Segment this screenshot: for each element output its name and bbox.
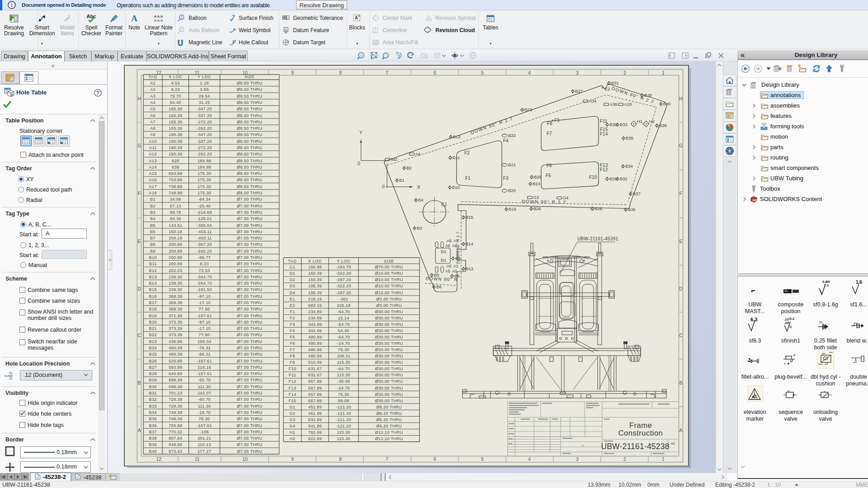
- svg-text:B32: B32: [620, 176, 627, 181]
- svg-text:200.89: 200.89: [169, 249, 182, 253]
- svg-text:AAA: AAA: [154, 19, 163, 23]
- svg-text:200.89: 200.89: [169, 242, 182, 247]
- svg-text:Ø30.00 THRU: Ø30.00 THRU: [375, 360, 403, 365]
- svg-text:200.89: 200.89: [169, 255, 182, 260]
- svg-text:G2: G2: [533, 195, 539, 200]
- svg-text:E2: E2: [605, 86, 610, 91]
- svg-text:-97.10: -97.10: [198, 320, 211, 324]
- svg-text:F5: F5: [290, 335, 295, 339]
- svg-text:Ø7.00 THRU: Ø7.00 THRU: [237, 216, 263, 221]
- svg-text:B6: B6: [436, 284, 442, 289]
- svg-text:F3: F3: [290, 322, 295, 327]
- svg-text:195.39: 195.39: [308, 291, 322, 295]
- svg-text:Ø8.50 THRU: Ø8.50 THRU: [237, 152, 263, 156]
- svg-text:Ø8.50 THRU: Ø8.50 THRU: [237, 184, 263, 189]
- svg-text:Ø7.00 THRU: Ø7.00 THRU: [237, 268, 263, 273]
- svg-text:B5: B5: [434, 272, 439, 277]
- svg-text:B14: B14: [149, 281, 156, 286]
- svg-text:B13: B13: [149, 275, 156, 279]
- svg-text:B39: B39: [149, 442, 156, 447]
- svg-text:Ø7.00 THRU: Ø7.00 THRU: [237, 423, 263, 428]
- svg-text:AAA: AAA: [154, 14, 163, 19]
- svg-text:X: X: [417, 185, 420, 190]
- svg-text:B37: B37: [633, 191, 641, 196]
- svg-text:175.30: 175.30: [198, 191, 211, 195]
- svg-text:-56.31: -56.31: [198, 352, 211, 357]
- svg-text:531.89: 531.89: [308, 418, 322, 422]
- svg-text:F5: F5: [546, 173, 551, 178]
- svg-text:-157.61: -157.61: [197, 423, 212, 428]
- svg-text:Ø8.50 THRU: Ø8.50 THRU: [237, 145, 263, 150]
- svg-text:B3: B3: [417, 225, 422, 230]
- svg-text:115.30: 115.30: [337, 430, 350, 435]
- svg-text:A8: A8: [150, 126, 156, 131]
- svg-text:631.67: 631.67: [308, 366, 322, 371]
- svg-text:Ø7.00 THRU: Ø7.00 THRU: [237, 230, 263, 234]
- svg-text:-24.70: -24.70: [337, 386, 350, 390]
- svg-text:B34: B34: [625, 164, 633, 169]
- svg-text:-125.01: -125.01: [197, 216, 212, 221]
- svg-text:Ø30.00 THRU: Ø30.00 THRU: [375, 341, 403, 346]
- svg-text:4.53: 4.53: [171, 81, 180, 85]
- svg-text:Ø8.50 THRU: Ø8.50 THRU: [237, 171, 263, 176]
- svg-text:A0: A0: [447, 264, 452, 268]
- svg-text:G3: G3: [289, 418, 295, 422]
- svg-text:G: G: [137, 143, 141, 148]
- svg-text:Ø30.00 THRU: Ø30.00 THRU: [375, 373, 403, 377]
- svg-text:F9: F9: [290, 360, 295, 365]
- svg-text:Ø8.50 THRU: Ø8.50 THRU: [237, 81, 263, 85]
- svg-text:-322.20: -322.20: [336, 284, 351, 288]
- svg-text:Ø7.00 THRU: Ø7.00 THRU: [237, 339, 263, 344]
- svg-text:-64.70: -64.70: [337, 366, 350, 371]
- svg-text:Ø8.50 THRU: Ø8.50 THRU: [237, 126, 263, 131]
- svg-text:H2: H2: [649, 119, 655, 124]
- svg-text:70.30: 70.30: [199, 417, 210, 421]
- svg-text:B3: B3: [150, 210, 156, 215]
- svg-text:Ø7.00 THRU: Ø7.00 THRU: [237, 378, 263, 382]
- svg-text:B25: B25: [149, 352, 156, 357]
- svg-text:B19: B19: [149, 314, 156, 318]
- svg-text:B1: B1: [150, 197, 156, 202]
- svg-text:H: H: [679, 96, 683, 101]
- svg-text:Ø30.00 THRU: Ø30.00 THRU: [375, 347, 403, 352]
- svg-text:-262.20: -262.20: [197, 126, 212, 131]
- svg-text:1: 1: [662, 456, 665, 462]
- svg-text:D3: D3: [290, 284, 295, 288]
- svg-text:B38: B38: [644, 93, 652, 98]
- svg-text:C: C: [137, 333, 141, 338]
- svg-text:Ø7.00 THRU: Ø7.00 THRU: [237, 417, 263, 421]
- svg-text:8: 8: [339, 456, 342, 462]
- svg-text:6.3: 6.3: [750, 317, 757, 322]
- svg-text:B15: B15: [149, 287, 156, 292]
- svg-text:B4: B4: [418, 197, 424, 202]
- svg-text:Ø30.00 THRU: Ø30.00 THRU: [375, 399, 403, 403]
- svg-text:159.04: 159.04: [198, 339, 211, 344]
- svg-text:3: 3: [576, 456, 579, 462]
- svg-text:A2: A2: [150, 87, 156, 92]
- svg-text:Ø7.00 THRU: Ø7.00 THRU: [237, 255, 263, 260]
- svg-text:-64.70: -64.70: [337, 310, 350, 314]
- svg-text:-272.20: -272.20: [197, 120, 212, 124]
- svg-text:B2: B2: [406, 165, 412, 170]
- svg-text:D: D: [679, 286, 683, 291]
- svg-text:165.39: 165.39: [169, 113, 182, 118]
- svg-text:UBW-21161-45391: UBW-21161-45391: [577, 236, 618, 241]
- svg-text:B27: B27: [149, 365, 156, 370]
- svg-text:-214.69: -214.69: [197, 210, 212, 215]
- svg-text:5: 5: [481, 456, 484, 462]
- svg-text:748.89: 748.89: [169, 191, 182, 195]
- svg-text:201.21: 201.21: [198, 436, 211, 441]
- svg-text:7: 7: [386, 456, 388, 462]
- svg-text:-272.20: -272.20: [197, 145, 212, 150]
- svg-text:Ø8.50 THRU: Ø8.50 THRU: [237, 178, 263, 182]
- svg-text:657.89: 657.89: [308, 379, 322, 384]
- svg-text:F: F: [679, 191, 682, 196]
- svg-text:B27: B27: [575, 89, 583, 94]
- svg-text:A5: A5: [150, 107, 156, 111]
- svg-text:165.39: 165.39: [169, 126, 182, 131]
- svg-text:F12: F12: [600, 167, 608, 172]
- svg-text:Ø7.00 THRU: Ø7.00 THRU: [237, 262, 263, 266]
- svg-text:B9: B9: [455, 256, 461, 261]
- svg-text:373.39: 373.39: [169, 333, 182, 337]
- svg-text:Ø3.00 THRU: Ø3.00 THRU: [376, 303, 402, 308]
